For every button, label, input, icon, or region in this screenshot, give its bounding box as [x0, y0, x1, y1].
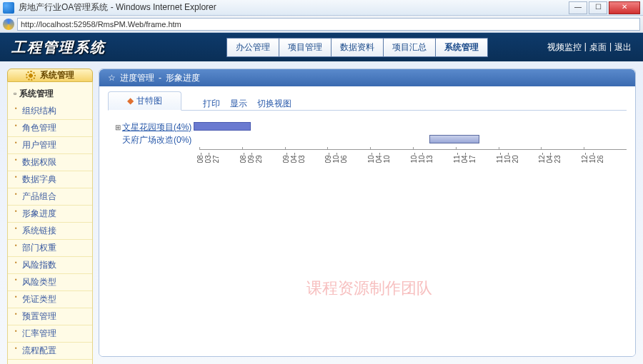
nav-system[interactable]: 系统管理 [435, 38, 488, 57]
star-icon: ☆ [108, 73, 116, 83]
sidebar-group[interactable]: ▫ 系统管理 [8, 85, 92, 103]
sidebar-item-progress[interactable]: 形象进度 [8, 206, 92, 223]
window-title: 房地产行业OA管理系统 - Windows Internet Explorer [19, 1, 567, 14]
gear-icon [26, 71, 36, 81]
watermark: 课程资源制作团队 [306, 278, 432, 299]
gantt-row-0: ⊞ 文星花园项目(4%) [114, 121, 627, 133]
sidebar-item-rate[interactable]: 汇率管理 [8, 325, 92, 343]
sidebar-item-perm[interactable]: 数据权限 [8, 154, 92, 171]
action-print[interactable]: 打印 [203, 98, 220, 110]
sidebar: 系统管理 ▫ 系统管理 组织结构 角色管理 用户管理 数据权限 数据字典 产品组… [7, 69, 93, 357]
url-input[interactable] [17, 18, 640, 31]
expand-icon[interactable]: ⊞ [114, 123, 122, 131]
breadcrumb: ☆ 进度管理 - 形象进度 [99, 69, 635, 86]
nav-summary[interactable]: 项目汇总 [383, 38, 436, 57]
top-right-links: 视频监控| 桌面| 退出 [547, 41, 632, 54]
sidebar-item-role[interactable]: 角色管理 [8, 120, 92, 137]
sidebar-item-risk-type[interactable]: 风险类型 [8, 274, 92, 291]
ie-icon [3, 19, 14, 30]
maximize-button[interactable]: ☐ [589, 1, 607, 14]
nav-office[interactable]: 办公管理 [226, 38, 279, 57]
link-logout[interactable]: 退出 [614, 41, 632, 54]
gantt-label-1: 天府广场改造(0%) [122, 134, 194, 146]
tab-gantt[interactable]: ◆甘特图 [108, 91, 181, 111]
sidebar-title: 系统管理 [7, 69, 93, 82]
app-header: 工程管理系统 办公管理 项目管理 数据资料 项目汇总 系统管理 视频监控| 桌面… [0, 33, 643, 61]
window-titlebar: 房地产行业OA管理系统 - Windows Internet Explorer … [0, 0, 643, 16]
nav-data[interactable]: 数据资料 [331, 38, 384, 57]
gantt-row-1: 天府广场改造(0%) [114, 133, 627, 146]
gantt-chart: ⊞ 文星花园项目(4%) 天府广场改造(0%) 08-03-27 08-09-2… [114, 121, 627, 185]
sidebar-item-weight[interactable]: 部门权重 [8, 240, 92, 257]
action-show[interactable]: 显示 [230, 98, 247, 110]
gantt-label-0[interactable]: 文星花园项目(4%) [122, 121, 194, 133]
link-desktop[interactable]: 桌面 [589, 41, 607, 54]
minimize-button[interactable]: — [569, 1, 587, 14]
sidebar-item-org[interactable]: 组织结构 [8, 103, 92, 120]
close-button[interactable]: ✕ [609, 1, 640, 14]
link-video[interactable]: 视频监控 [547, 41, 582, 54]
sidebar-item-dict[interactable]: 数据字典 [8, 171, 92, 188]
gantt-bar-1 [429, 135, 479, 143]
breadcrumb-section: 进度管理 [120, 72, 154, 84]
sidebar-item-user[interactable]: 用户管理 [8, 137, 92, 154]
top-nav: 办公管理 项目管理 数据资料 项目汇总 系统管理 [227, 38, 488, 57]
sidebar-item-risk-index[interactable]: 风险指数 [8, 257, 92, 274]
sidebar-item-link[interactable]: 系统链接 [8, 223, 92, 240]
address-bar [0, 16, 643, 33]
sidebar-item-product[interactable]: 产品组合 [8, 188, 92, 206]
content-panel: ☆ 进度管理 - 形象进度 ◆甘特图 打印 显示 切换视图 ⊞ [99, 69, 636, 357]
sidebar-item-preset[interactable]: 预置管理 [8, 308, 92, 325]
nav-project[interactable]: 项目管理 [279, 38, 332, 57]
sidebar-item-voucher[interactable]: 凭证类型 [8, 291, 92, 308]
gantt-bar-0 [194, 122, 251, 131]
app-logo: 工程管理系统 [11, 38, 106, 57]
breadcrumb-page: 形象进度 [166, 72, 200, 84]
gantt-axis: 08-03-27 08-09-29 09-04-03 09-10-06 10-0… [199, 149, 627, 185]
sidebar-item-workflow[interactable]: 流程配置 [8, 343, 92, 360]
action-switch[interactable]: 切换视图 [257, 98, 291, 110]
ie-favicon [3, 2, 14, 14]
